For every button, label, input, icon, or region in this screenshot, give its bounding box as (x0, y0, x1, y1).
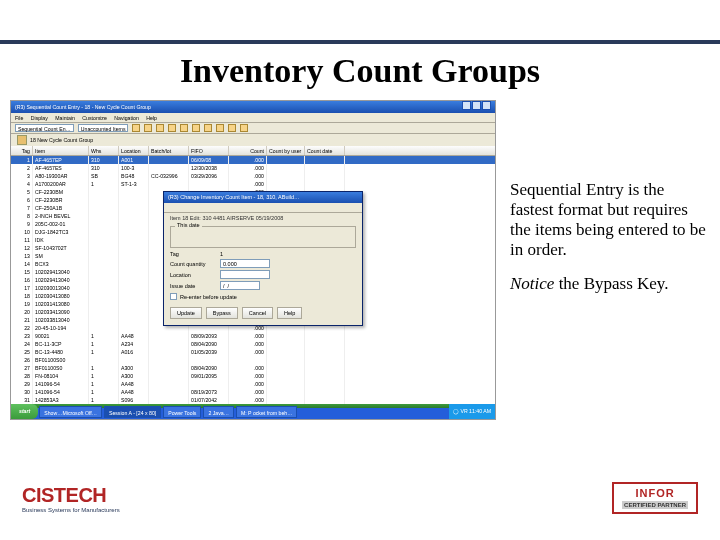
dialog-title: (R3) Change Inventory Count Item - 18, 3… (168, 192, 299, 203)
logo-infor: INFOR CERTIFIED PARTNER (612, 482, 698, 514)
table-header[interactable]: Tag Item Whs Location Batch/lot FIFO Cou… (11, 146, 495, 156)
maximize-icon (472, 101, 481, 110)
logo-cistech: CISTECH Business Systems for Manufacture… (22, 484, 120, 513)
reenter-checkbox[interactable] (170, 293, 177, 300)
col-qty: Count quantity (229, 146, 267, 155)
col-tag: Tag (11, 146, 33, 155)
menu-file[interactable]: File (15, 115, 23, 121)
app-window: (R3) Sequential Count Entry - 18 - New C… (10, 100, 496, 420)
col-date: Count date (305, 146, 345, 155)
window-controls[interactable] (461, 101, 491, 113)
table-row[interactable]: 29141096-541AA48.000 (11, 380, 495, 388)
table-row[interactable]: 23900211AA4808/09/2093.000 (11, 332, 495, 340)
toolbar-icon[interactable] (180, 124, 188, 132)
tag-value: 1 (220, 251, 223, 257)
system-tray[interactable]: ◯ VR 11:40 AM (449, 404, 495, 419)
table-row[interactable]: 28FN-081041A30009/01/2095.000 (11, 372, 495, 380)
col-user: Count by user (267, 146, 305, 155)
subheader: 18 New Cycle Count Group (11, 134, 495, 146)
taskbar-item[interactable]: M: P ocket from beh… (236, 406, 298, 418)
caption-text: Sequential Entry is the fastest format b… (510, 180, 708, 260)
cancel-button[interactable]: Cancel (242, 307, 273, 319)
location-input[interactable] (220, 270, 270, 279)
bypass-button[interactable]: Bypass (206, 307, 238, 319)
count-qty-label: Count quantity (170, 261, 220, 267)
toolbar-icon[interactable] (168, 124, 176, 132)
toolbar-icon[interactable] (204, 124, 212, 132)
reenter-label: Re-enter before update (180, 294, 237, 300)
change-count-dialog: (R3) Change Inventory Count Item - 18, 3… (163, 191, 363, 326)
toolbar-icon[interactable] (132, 124, 140, 132)
taskbar-item[interactable]: Power Tools (163, 406, 201, 418)
table-row[interactable]: 2AF-4657ES310100-312/30/2038.000 (11, 164, 495, 172)
menu-display[interactable]: Display (31, 115, 48, 121)
toolbar-icon[interactable] (192, 124, 200, 132)
slide-topbar (0, 0, 720, 44)
toolbar-icon[interactable] (228, 124, 236, 132)
table-row[interactable]: 24BC-11-3CP1A23408/04/2090.000 (11, 340, 495, 348)
col-location: Location (119, 146, 149, 155)
dialog-toolbar (164, 203, 362, 213)
caption: Sequential Entry is the fastest format b… (510, 100, 710, 420)
col-item: Item (33, 146, 89, 155)
issue-date-label: Issue date (170, 283, 220, 289)
menu-customize[interactable]: Customize (82, 115, 107, 121)
close-icon (482, 101, 491, 110)
group-thisdate: This date (170, 226, 356, 248)
help-button[interactable]: Help (277, 307, 302, 319)
toolbar-icon[interactable] (240, 124, 248, 132)
table-row[interactable]: 31142853A31S09601/07/2042.000 (11, 396, 495, 404)
taskbar-item[interactable]: 2 Java… (203, 406, 233, 418)
menu-maintain[interactable]: Maintain (55, 115, 75, 121)
col-fifo: FIFO (189, 146, 229, 155)
dialog-titlebar[interactable]: (R3) Change Inventory Count Item - 18, 3… (164, 192, 362, 203)
group-icon (17, 135, 27, 145)
table-row[interactable]: 30141096-541AA4808/19/2073.000 (11, 388, 495, 396)
tag-label: Tag (170, 251, 220, 257)
toolbar: Sequential Count En… Unaccounted Items (11, 123, 495, 134)
table-row[interactable]: 3A80-19300ARSBBG48CC-03299603/29/2096.00… (11, 172, 495, 180)
table-row[interactable]: 25BC-13-44801A01601/05/2039.000 (11, 348, 495, 356)
table-row[interactable]: 26BF01100S00 (11, 356, 495, 364)
window-title-text: (R3) Sequential Count Entry - 18 - New C… (15, 101, 151, 113)
col-whs: Whs (89, 146, 119, 155)
count-qty-input[interactable] (220, 259, 270, 268)
minimize-icon (462, 101, 471, 110)
logos: CISTECH Business Systems for Manufacture… (0, 474, 720, 522)
table-row[interactable]: 1AF-4657EP310A00106/09/08.000 (11, 156, 495, 164)
update-button[interactable]: Update (170, 307, 202, 319)
toolbar-dd-entrymode[interactable]: Sequential Count En… (15, 124, 74, 132)
table-row[interactable]: 27BF01100S01A30008/04/2090.000 (11, 364, 495, 372)
caption-note: Notice the Bypass Key. (510, 274, 708, 294)
group-label: 18 New Cycle Count Group (30, 137, 93, 143)
menubar[interactable]: File Display Maintain Customize Navigati… (11, 113, 495, 123)
menu-help[interactable]: Help (146, 115, 157, 121)
toolbar-icon[interactable] (144, 124, 152, 132)
issue-date-input[interactable] (220, 281, 260, 290)
taskbar-item-active[interactable]: Session A - [24 x 80] (104, 406, 161, 418)
start-button[interactable]: start (11, 404, 38, 419)
group-label: This date (175, 222, 202, 228)
col-batch: Batch/lot (149, 146, 189, 155)
toolbar-icon[interactable] (156, 124, 164, 132)
slide-title: Inventory Count Groups (0, 44, 720, 100)
toolbar-icon[interactable] (216, 124, 224, 132)
taskbar-item[interactable]: Show…Microsoft Off… (39, 406, 102, 418)
taskbar[interactable]: start Show…Microsoft Off… Session A - [2… (11, 404, 495, 419)
toolbar-dd-filter[interactable]: Unaccounted Items (78, 124, 129, 132)
window-titlebar[interactable]: (R3) Sequential Count Entry - 18 - New C… (11, 101, 495, 113)
menu-navigation[interactable]: Navigation (114, 115, 139, 121)
location-label: Location (170, 272, 220, 278)
table-row[interactable]: 4A1700200AR1ST-1-3.000 (11, 180, 495, 188)
